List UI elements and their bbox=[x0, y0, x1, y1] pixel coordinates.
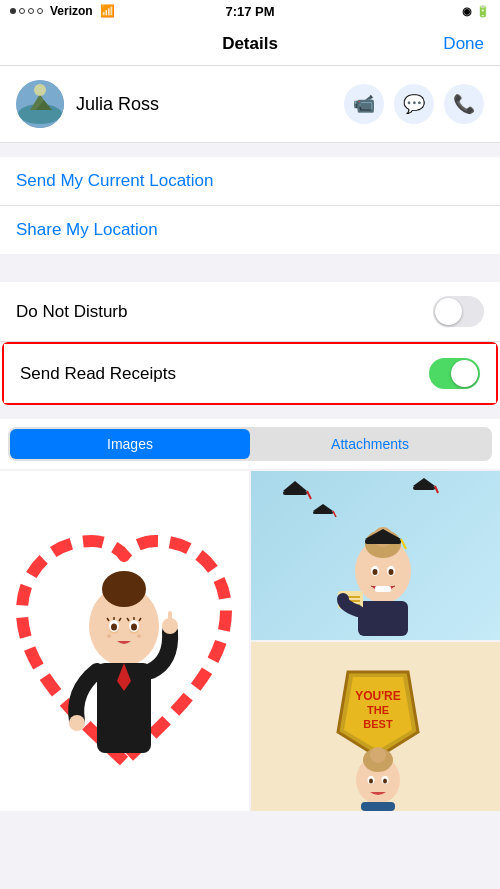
image-cell-right-top[interactable] bbox=[251, 471, 500, 640]
signal-dot-2 bbox=[19, 8, 25, 14]
svg-point-13 bbox=[131, 624, 137, 631]
svg-point-45 bbox=[389, 569, 394, 575]
do-not-disturb-label: Do Not Disturb bbox=[16, 302, 127, 322]
status-time: 7:17 PM bbox=[225, 4, 274, 19]
avatar-svg bbox=[16, 80, 64, 128]
svg-marker-40 bbox=[365, 529, 401, 539]
video-call-button[interactable]: 📹 bbox=[344, 84, 384, 124]
tabs-section: Images Attachments bbox=[0, 419, 500, 469]
svg-point-21 bbox=[137, 634, 141, 638]
svg-point-26 bbox=[69, 715, 85, 731]
location-section: Send My Current Location Share My Locati… bbox=[0, 157, 500, 254]
svg-point-60 bbox=[369, 779, 373, 784]
svg-line-35 bbox=[435, 486, 438, 493]
send-read-receipts-thumb bbox=[451, 360, 478, 387]
image-cell-left[interactable] bbox=[0, 471, 249, 811]
send-read-receipts-row: Send Read Receipts bbox=[4, 344, 496, 403]
images-grid: YOU'RE THE BEST bbox=[0, 471, 500, 811]
svg-rect-30 bbox=[313, 511, 333, 514]
svg-rect-27 bbox=[283, 491, 307, 495]
send-read-receipts-toggle[interactable] bbox=[429, 358, 480, 389]
svg-point-12 bbox=[111, 624, 117, 631]
tab-attachments[interactable]: Attachments bbox=[250, 429, 490, 459]
svg-marker-34 bbox=[413, 478, 435, 486]
carrier-label: Verizon bbox=[50, 4, 93, 18]
phone-button[interactable]: 📞 bbox=[444, 84, 484, 124]
bitmoji-heart-svg bbox=[0, 471, 249, 811]
svg-rect-25 bbox=[168, 611, 172, 627]
signal-dot-4 bbox=[37, 8, 43, 14]
youre-the-best-svg: YOU'RE THE BEST bbox=[251, 642, 500, 811]
contact-actions: 📹 💬 📞 bbox=[344, 84, 484, 124]
svg-rect-39 bbox=[365, 539, 401, 544]
send-current-location-button[interactable]: Send My Current Location bbox=[0, 157, 500, 206]
nav-bar: Details Done bbox=[0, 22, 500, 66]
image-cell-right-bottom[interactable]: YOU'RE THE BEST bbox=[251, 642, 500, 811]
do-not-disturb-toggle[interactable] bbox=[433, 296, 484, 327]
do-not-disturb-track bbox=[433, 296, 484, 327]
svg-marker-28 bbox=[283, 481, 307, 491]
settings-section: Do Not Disturb Send Read Receipts bbox=[0, 282, 500, 405]
share-location-button[interactable]: Share My Location bbox=[0, 206, 500, 254]
contact-row: Julia Ross 📹 💬 📞 bbox=[0, 66, 500, 143]
svg-point-4 bbox=[34, 84, 46, 96]
tabs-container: Images Attachments bbox=[8, 427, 492, 461]
avatar bbox=[16, 80, 64, 128]
svg-point-6 bbox=[102, 571, 146, 607]
svg-marker-31 bbox=[313, 504, 333, 511]
svg-point-61 bbox=[383, 779, 387, 784]
svg-text:BEST: BEST bbox=[363, 718, 393, 730]
message-icon: 💬 bbox=[403, 93, 425, 115]
svg-rect-62 bbox=[361, 802, 395, 811]
message-button[interactable]: 💬 bbox=[394, 84, 434, 124]
contact-name: Julia Ross bbox=[76, 94, 332, 115]
separator-2 bbox=[0, 254, 500, 268]
svg-point-44 bbox=[373, 569, 378, 575]
battery-icon: 🔋 bbox=[476, 5, 490, 18]
wifi-icon: 📶 bbox=[100, 4, 115, 18]
svg-rect-33 bbox=[413, 486, 435, 490]
send-read-receipts-track bbox=[429, 358, 480, 389]
send-read-receipts-highlighted: Send Read Receipts bbox=[2, 342, 498, 405]
svg-text:YOU'RE: YOU'RE bbox=[355, 689, 401, 703]
phone-icon: 📞 bbox=[453, 93, 475, 115]
send-read-receipts-label: Send Read Receipts bbox=[20, 364, 176, 384]
svg-line-32 bbox=[333, 511, 336, 517]
status-right: ◉ 🔋 bbox=[462, 5, 490, 18]
video-icon: 📹 bbox=[353, 93, 375, 115]
svg-point-57 bbox=[370, 747, 386, 763]
do-not-disturb-thumb bbox=[435, 298, 462, 325]
tab-images[interactable]: Images bbox=[10, 429, 250, 459]
signal-dot-3 bbox=[28, 8, 34, 14]
separator-1 bbox=[0, 143, 500, 157]
svg-point-20 bbox=[107, 634, 111, 638]
do-not-disturb-row: Do Not Disturb bbox=[0, 282, 500, 342]
bluetooth-icon: ◉ bbox=[462, 5, 472, 18]
done-button[interactable]: Done bbox=[443, 34, 484, 54]
svg-rect-47 bbox=[358, 601, 408, 636]
nav-title: Details bbox=[222, 34, 278, 54]
status-bar: Verizon 📶 7:17 PM ◉ 🔋 bbox=[0, 0, 500, 22]
svg-rect-46 bbox=[375, 586, 391, 592]
status-left: Verizon 📶 bbox=[10, 4, 115, 18]
svg-text:THE: THE bbox=[367, 704, 389, 716]
svg-line-29 bbox=[307, 491, 311, 499]
graduation-svg bbox=[251, 471, 500, 640]
signal-dot-1 bbox=[10, 8, 16, 14]
